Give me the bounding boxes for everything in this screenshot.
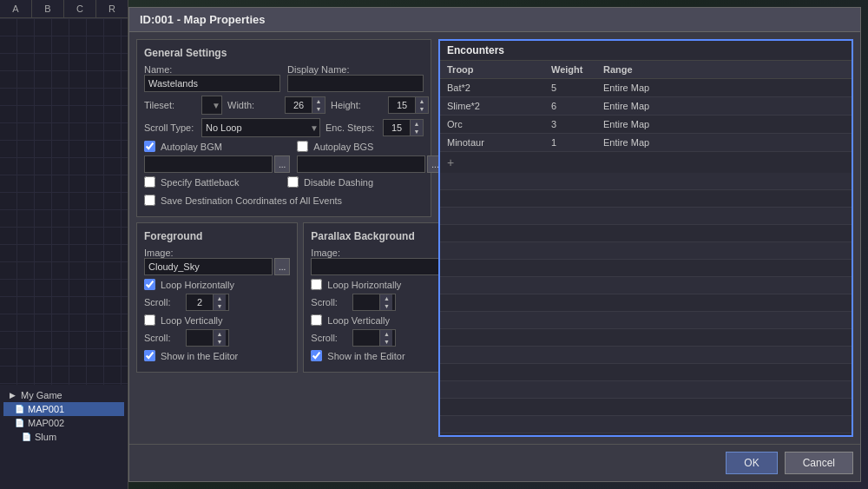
sidebar-map-area xyxy=(0,18,128,385)
encounters-table: Troop Weight Range Bat*2 5 Entire Map Sl… xyxy=(440,61,852,435)
disable-dashing-label: Disable Dashing xyxy=(304,177,373,188)
name-label: Name: xyxy=(144,64,280,75)
general-settings-box: General Settings Name: Display Name: Til… xyxy=(136,39,431,217)
foreground-scroll-v-label: Scroll: xyxy=(144,333,181,343)
foreground-scroll-h-spinner[interactable]: ▲ ▼ xyxy=(186,294,229,311)
name-input[interactable] xyxy=(144,75,280,92)
parallax-scroll-v-input[interactable] xyxy=(353,330,379,346)
width-spinner[interactable]: ▲ ▼ xyxy=(285,96,326,114)
parallax-loop-h-checkbox[interactable] xyxy=(311,279,322,290)
height-input[interactable] xyxy=(389,97,415,113)
px-scroll-h-down[interactable]: ▼ xyxy=(380,302,392,310)
bgm-input[interactable] xyxy=(144,155,273,173)
px-scroll-v-down[interactable]: ▼ xyxy=(380,338,392,346)
sidebar-tab-r[interactable]: R xyxy=(96,0,128,17)
fg-scroll-h-up[interactable]: ▲ xyxy=(214,294,226,302)
encounters-cell-range-3: Entire Map xyxy=(603,137,845,148)
px-scroll-v-btns: ▲ ▼ xyxy=(379,330,392,346)
enc-steps-input[interactable] xyxy=(384,120,410,135)
encounters-row-2[interactable]: Orc 3 Entire Map xyxy=(440,116,852,134)
parallax-loop-v-row: Loop Vertically xyxy=(311,314,457,326)
encounters-cell-troop-0: Bat*2 xyxy=(447,83,551,93)
foreground-loop-h-label: Loop Horizontally xyxy=(161,280,234,290)
enc-steps-spinner[interactable]: ▲ ▼ xyxy=(383,119,424,136)
width-input[interactable] xyxy=(286,97,312,113)
enc-steps-label: Enc. Steps: xyxy=(326,122,378,133)
foreground-scroll-v-spinner[interactable]: ▲ ▼ xyxy=(186,329,229,347)
tileset-select[interactable]: 0001 Overworld xyxy=(201,96,222,115)
enc-down-button[interactable]: ▼ xyxy=(411,128,423,135)
sidebar-tree: ▶ My Game 📄 MAP001 📄 MAP002 📄 Slum xyxy=(0,385,128,489)
empty-row-14 xyxy=(440,399,852,416)
parallax-scroll-h-input[interactable] xyxy=(353,294,379,310)
encounters-cell-weight-1: 6 xyxy=(551,101,603,111)
parallax-scroll-h-label: Scroll: xyxy=(311,297,347,307)
encounters-row-0[interactable]: Bat*2 5 Entire Map xyxy=(440,79,852,97)
foreground-scroll-v-input[interactable] xyxy=(187,330,213,346)
encounters-cell-range-0: Entire Map xyxy=(603,83,845,93)
tree-item-mygame[interactable]: ▶ My Game xyxy=(3,388,124,402)
encounters-title: Encounters xyxy=(440,41,852,61)
tree-item-map002[interactable]: 📄 MAP002 xyxy=(3,416,124,430)
enc-up-button[interactable]: ▲ xyxy=(411,120,423,128)
fg-scroll-v-up[interactable]: ▲ xyxy=(214,330,226,338)
encounters-row-3[interactable]: Minotaur 1 Entire Map xyxy=(440,134,852,152)
fg-scroll-h-down[interactable]: ▼ xyxy=(214,302,226,310)
width-up-button[interactable]: ▲ xyxy=(312,97,325,105)
parallax-loop-v-checkbox[interactable] xyxy=(311,314,322,326)
add-encounter-button[interactable]: + xyxy=(440,152,852,173)
px-scroll-v-up[interactable]: ▲ xyxy=(380,330,392,338)
display-name-input[interactable] xyxy=(287,75,424,92)
battleback-group: Specify Battleback xyxy=(144,176,280,191)
px-scroll-h-up[interactable]: ▲ xyxy=(380,294,392,302)
parallax-loop-v-label: Loop Vertically xyxy=(327,315,390,326)
cancel-button[interactable]: Cancel xyxy=(785,452,853,474)
parallax-loop-h-row: Loop Horizontally xyxy=(311,279,457,290)
sidebar-tab-a[interactable]: A xyxy=(0,0,32,17)
autoplay-row: Autoplay BGM ... Autoplay BGS xyxy=(144,141,424,173)
bgs-input[interactable] xyxy=(297,155,425,173)
parallax-show-editor-row: Show in the Editor xyxy=(311,350,457,361)
foreground-loop-h-checkbox[interactable] xyxy=(144,279,155,290)
bgm-browse-button[interactable]: ... xyxy=(274,155,290,173)
specify-battleback-label: Specify Battleback xyxy=(161,177,240,188)
height-spinner[interactable]: ▲ ▼ xyxy=(388,96,429,114)
parallax-scroll-h-spinner[interactable]: ▲ ▼ xyxy=(352,294,396,311)
parallax-scroll-v-spinner[interactable]: ▲ ▼ xyxy=(352,329,396,347)
foreground-scroll-h-input[interactable] xyxy=(187,294,213,310)
foreground-scroll-h-row: Scroll: ▲ ▼ xyxy=(144,294,290,311)
parallax-image-row: ... xyxy=(311,258,457,275)
empty-row-12 xyxy=(440,364,852,381)
sidebar-tab-b[interactable]: B xyxy=(32,0,64,17)
encounters-header-range: Range xyxy=(603,64,845,75)
empty-row-1 xyxy=(440,173,852,190)
tree-item-slum[interactable]: 📄 Slum xyxy=(3,430,124,444)
general-settings-title: General Settings xyxy=(144,47,424,59)
parallax-show-editor-checkbox[interactable] xyxy=(311,350,322,361)
sidebar-tab-c[interactable]: C xyxy=(64,0,96,17)
sidebar: A B C R ▶ My Game 📄 MAP001 📄 MAP002 📄 Sl… xyxy=(0,0,128,489)
width-down-button[interactable]: ▼ xyxy=(312,105,325,113)
sidebar-tabs: A B C R xyxy=(0,0,128,18)
fg-scroll-v-down[interactable]: ▼ xyxy=(214,338,226,346)
foreground-loop-v-checkbox[interactable] xyxy=(144,314,155,326)
parallax-image-input[interactable] xyxy=(311,258,439,275)
height-down-button[interactable]: ▼ xyxy=(416,105,428,113)
encounters-row-1[interactable]: Slime*2 6 Entire Map xyxy=(440,97,852,116)
empty-row-9 xyxy=(440,312,852,329)
foreground-image-input[interactable] xyxy=(144,258,273,275)
disable-dashing-checkbox[interactable] xyxy=(287,176,299,188)
autoplay-bgm-checkbox[interactable] xyxy=(144,141,155,152)
specify-battleback-checkbox[interactable] xyxy=(144,176,155,188)
height-up-button[interactable]: ▲ xyxy=(416,97,428,105)
foreground-browse-button[interactable]: ... xyxy=(274,258,290,275)
save-destination-checkbox[interactable] xyxy=(144,195,155,206)
tree-item-map001[interactable]: 📄 MAP001 xyxy=(3,402,124,416)
scroll-type-select[interactable]: No Loop Loop Horizontally Loop Verticall… xyxy=(201,118,320,137)
foreground-show-editor-checkbox[interactable] xyxy=(144,350,155,361)
autoplay-bgs-checkbox[interactable] xyxy=(297,141,308,152)
foreground-loop-v-label: Loop Vertically xyxy=(161,315,223,326)
foreground-scroll-v-row: Scroll: ▲ ▼ xyxy=(144,329,290,347)
ok-button[interactable]: OK xyxy=(726,452,777,474)
encounters-cell-troop-3: Minotaur xyxy=(447,137,551,148)
